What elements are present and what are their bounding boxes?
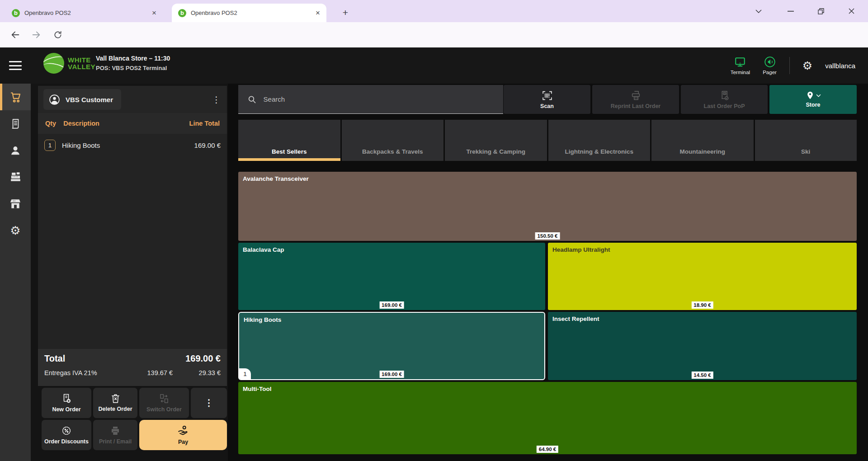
new-order-button[interactable]: New Order <box>42 388 91 418</box>
category-label: Mountaineering <box>651 148 754 155</box>
customer-name: VBS Customer <box>66 96 113 103</box>
sidebar-item-receipts[interactable] <box>0 110 31 137</box>
forward-icon[interactable] <box>30 28 42 41</box>
product-qty-badge: 1 <box>239 368 251 379</box>
product-tile-insect-repellent[interactable]: Insect Repellent 14.50 € <box>548 312 857 380</box>
pager-button[interactable]: Pager <box>763 56 777 75</box>
brand-line1: WHITE <box>68 56 95 63</box>
svg-text:$: $ <box>724 92 725 94</box>
receipt-icon <box>9 118 21 130</box>
header-actions: Terminal Pager ⚙ vallblanca <box>731 47 855 84</box>
last-order-pop-label: Last Order PoP <box>704 103 745 109</box>
more-order-actions-button[interactable]: ⋮ <box>191 388 227 418</box>
category-label: Trekking & Camping <box>445 148 547 155</box>
browser-tab-1[interactable]: b Openbravo POS2 × <box>5 4 163 22</box>
category-tab-lightning-electronics[interactable]: Lightning & Electronics <box>548 120 651 161</box>
pay-button[interactable]: Pay <box>139 420 227 450</box>
sidebar-item-store[interactable] <box>0 190 31 217</box>
line-description: Hiking Boots <box>62 141 188 149</box>
reprint-printer-icon <box>630 90 642 101</box>
kebab-icon: ⋮ <box>204 398 213 408</box>
reprint-last-order-button[interactable]: Reprint Last Order <box>592 85 679 114</box>
product-tile-multi-tool[interactable]: Multi-Tool 64.90 € <box>238 382 857 454</box>
nav-sidebar: ⚙ <box>0 84 31 461</box>
delete-order-button[interactable]: Delete Order <box>93 388 137 418</box>
total-label: Total <box>44 353 65 364</box>
window-close-button[interactable] <box>841 0 862 22</box>
category-tab-best-sellers[interactable]: Best Sellers <box>238 120 340 161</box>
reprint-last-order-label: Reprint Last Order <box>611 103 660 109</box>
delete-order-label: Delete Order <box>98 406 132 412</box>
product-search[interactable] <box>238 85 503 114</box>
order-totals: Total 169.00 € Entregas IVA 21% 139.67 €… <box>38 349 227 386</box>
new-tab-button[interactable]: + <box>338 5 353 20</box>
search-input[interactable] <box>264 95 494 103</box>
tab-search-chevron-icon[interactable] <box>748 0 769 22</box>
print-email-button[interactable]: Print / Email <box>93 420 137 450</box>
cart-icon <box>9 91 22 103</box>
openbravo-favicon: b <box>12 9 20 17</box>
pager-label: Pager <box>763 70 777 75</box>
screen: b Openbravo POS2 × b Openbravo POS2 × + <box>0 0 868 461</box>
category-tab-mountaineering[interactable]: Mountaineering <box>651 120 754 161</box>
product-price: 150.50 € <box>535 232 560 240</box>
product-price: 14.50 € <box>691 372 713 379</box>
order-line-row[interactable]: 1 Hiking Boots 169.00 € <box>38 134 227 156</box>
sidebar-item-customers[interactable] <box>0 137 31 164</box>
pos-app-header: WHITEVALLEY Vall Blanca Store – 11:30 PO… <box>0 47 868 84</box>
pos-terminal-name: POS: VBS POS2 Terminal <box>96 65 170 71</box>
last-order-pop-button[interactable]: $ Last Order PoP <box>681 85 768 114</box>
sidebar-item-cash-management[interactable] <box>0 164 31 190</box>
pager-speaker-icon <box>764 56 776 68</box>
window-restore-button[interactable] <box>811 0 831 22</box>
sidebar-item-settings[interactable]: ⚙ <box>0 217 31 244</box>
back-icon[interactable] <box>9 28 22 41</box>
switch-order-label: Switch Order <box>146 406 182 413</box>
product-tile-headlamp-ultralight[interactable]: Headlamp Ultralight 18.90 € <box>548 243 857 310</box>
white-valley-logo-icon <box>43 53 64 74</box>
hamburger-menu-icon[interactable] <box>8 60 23 71</box>
category-label: Lightning & Electronics <box>548 148 651 155</box>
order-actions: New Order Delete Order Switch Order ⋮ Or… <box>42 388 227 450</box>
store-selector-button[interactable]: Store <box>769 85 857 114</box>
browser-tab-2-active[interactable]: b Openbravo POS2 × <box>172 4 326 22</box>
store-brand-logo: WHITEVALLEY <box>43 53 95 74</box>
category-tab-trekking-camping[interactable]: Trekking & Camping <box>445 120 547 161</box>
scan-label: Scan <box>540 103 554 109</box>
browser-tab-strip: b Openbravo POS2 × b Openbravo POS2 × + <box>0 0 868 22</box>
search-icon <box>247 94 257 104</box>
reload-icon[interactable] <box>52 28 64 41</box>
sidebar-item-sales[interactable] <box>0 84 31 110</box>
total-value: 169.00 € <box>185 353 221 364</box>
order-menu-kebab-icon[interactable]: ⋮ <box>212 94 221 105</box>
close-tab-icon[interactable]: × <box>152 9 156 17</box>
order-discounts-icon <box>61 425 72 436</box>
category-tab-ski[interactable]: Ski <box>755 120 857 161</box>
print-email-label: Print / Email <box>99 438 132 445</box>
product-price: 64.90 € <box>537 446 558 453</box>
terminal-button[interactable]: Terminal <box>731 56 750 75</box>
close-tab-icon[interactable]: × <box>316 9 320 17</box>
settings-gear-icon[interactable]: ⚙ <box>802 60 812 71</box>
scan-button[interactable]: Scan <box>504 85 590 114</box>
product-tile-balaclava-cap[interactable]: Balaclava Cap 169.00 € <box>238 243 545 310</box>
product-tile-avalanche-transceiver[interactable]: Avalanche Transceiver 150.50 € <box>238 172 857 241</box>
store-pin-icon <box>806 91 815 100</box>
product-price: 18.90 € <box>691 301 713 309</box>
customer-block: VBS Customer ⋮ <box>38 86 227 113</box>
tab-title: Openbravo POS2 <box>24 9 147 16</box>
store-label: Store <box>806 102 821 108</box>
customer-selector[interactable]: VBS Customer <box>43 89 121 110</box>
product-tile-hiking-boots-selected[interactable]: Hiking Boots 169.00 € 1 <box>238 312 545 380</box>
tab-title: Openbravo POS2 <box>191 9 311 16</box>
product-name: Hiking Boots <box>244 316 281 323</box>
switch-order-button[interactable]: Switch Order <box>139 388 189 418</box>
order-discounts-button[interactable]: Order Discounts <box>42 420 91 450</box>
customers-icon <box>9 145 21 156</box>
category-tab-backpacks-travels[interactable]: Backpacks & Travels <box>342 120 444 161</box>
product-name: Multi-Tool <box>243 386 271 392</box>
window-minimize-button[interactable] <box>780 0 801 22</box>
switch-order-icon <box>159 393 170 404</box>
order-discounts-label: Order Discounts <box>44 438 89 445</box>
new-order-label: New Order <box>52 406 80 413</box>
